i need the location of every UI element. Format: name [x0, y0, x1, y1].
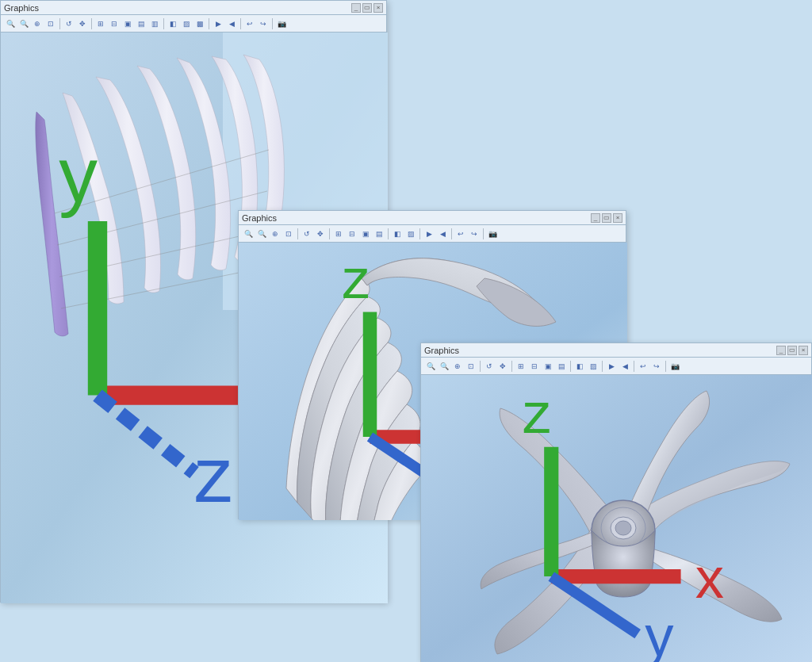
- sep-3a: [480, 361, 481, 372]
- sep-2c: [388, 228, 389, 239]
- anim-btn-3a[interactable]: ▶: [605, 360, 618, 373]
- zoom-in-btn-1[interactable]: 🔍: [4, 17, 17, 30]
- undo-btn-2[interactable]: ↩: [454, 228, 467, 240]
- maximize-btn-3[interactable]: ▭: [787, 346, 797, 355]
- export-btn-1[interactable]: 📷: [275, 17, 288, 30]
- pan-btn-3[interactable]: ✥: [496, 360, 509, 373]
- titlebar-3: Graphics _ ▭ ×: [421, 343, 811, 358]
- zoom-out-btn-3[interactable]: 🔍: [438, 360, 450, 373]
- anim-btn-2b[interactable]: ◀: [436, 228, 449, 240]
- render-btn-3a[interactable]: ◧: [573, 360, 586, 373]
- svg-line-29: [551, 576, 638, 634]
- anim-btn-1a[interactable]: ▶: [212, 17, 224, 30]
- svg-text:z: z: [523, 381, 551, 445]
- redo-btn-3[interactable]: ↪: [650, 360, 663, 373]
- sep-2d: [419, 228, 420, 239]
- view-btn-1b[interactable]: ⊟: [108, 17, 121, 30]
- zoom-box-btn-2[interactable]: ⊡: [282, 228, 295, 240]
- view-btn-1c[interactable]: ▣: [121, 17, 134, 30]
- view-btn-1d[interactable]: ▤: [135, 17, 147, 30]
- zoom-in-btn-2[interactable]: 🔍: [242, 228, 255, 240]
- zoom-box-btn-1[interactable]: ⊡: [44, 17, 57, 30]
- sep-1e: [240, 18, 241, 29]
- sep-3e: [634, 361, 634, 372]
- svg-text:z: z: [343, 248, 370, 310]
- view-btn-2c[interactable]: ▣: [359, 228, 372, 240]
- undo-btn-3[interactable]: ↩: [637, 360, 649, 373]
- sep-1d: [209, 18, 209, 29]
- minimize-btn-3[interactable]: _: [776, 346, 786, 355]
- rotate-btn-2[interactable]: ↺: [301, 228, 313, 240]
- zoom-box-btn-3[interactable]: ⊡: [465, 360, 477, 373]
- zoom-fit-btn-1[interactable]: ⊕: [31, 17, 44, 30]
- svg-line-8: [98, 396, 194, 473]
- pan-btn-2[interactable]: ✥: [314, 228, 327, 240]
- toolbar-3: 🔍 🔍 ⊕ ⊡ ↺ ✥ ⊞ ⊟ ▣ ▤ ◧ ▨ ▶ ◀ ↩ ↪ 📷: [421, 358, 811, 375]
- view-btn-2b[interactable]: ⊟: [346, 228, 358, 240]
- sep-3d: [602, 361, 603, 372]
- view-btn-3a[interactable]: ⊞: [515, 360, 527, 373]
- window-controls-3: _ ▭ ×: [776, 346, 808, 355]
- toolbar-2: 🔍 🔍 ⊕ ⊡ ↺ ✥ ⊞ ⊟ ▣ ▤ ◧ ▨ ▶ ◀ ↩ ↪ 📷: [239, 225, 626, 243]
- svg-text:y: y: [59, 132, 98, 219]
- view-btn-2d[interactable]: ▤: [373, 228, 385, 240]
- zoom-in-btn-3[interactable]: 🔍: [424, 360, 437, 373]
- view-btn-1a[interactable]: ⊞: [94, 17, 107, 30]
- zoom-fit-btn-3[interactable]: ⊕: [451, 360, 464, 373]
- render-btn-1a[interactable]: ◧: [167, 17, 179, 30]
- minimize-btn-1[interactable]: _: [351, 3, 361, 13]
- close-btn-1[interactable]: ×: [373, 3, 383, 13]
- window-title-3: Graphics: [424, 346, 459, 355]
- sep-2f: [483, 228, 484, 239]
- sep-2e: [451, 228, 452, 239]
- sep-3b: [511, 361, 512, 372]
- anim-btn-1b[interactable]: ◀: [225, 17, 238, 30]
- export-btn-3[interactable]: 📷: [668, 360, 681, 373]
- maximize-btn-2[interactable]: ▭: [602, 213, 611, 223]
- window-controls-1: _ ▭ ×: [351, 3, 383, 13]
- sep-1b: [91, 18, 92, 29]
- rotate-btn-1[interactable]: ↺: [63, 17, 75, 30]
- rotate-btn-3[interactable]: ↺: [483, 360, 496, 373]
- view-btn-3c[interactable]: ▣: [542, 360, 554, 373]
- window-title-1: Graphics: [4, 3, 39, 13]
- graphics-window-3[interactable]: Graphics _ ▭ × 🔍 🔍 ⊕ ⊡ ↺ ✥ ⊞ ⊟ ▣ ▤ ◧ ▨ ▶…: [420, 342, 812, 662]
- render-btn-1c[interactable]: ▩: [193, 17, 206, 30]
- view-btn-3d[interactable]: ▤: [555, 360, 568, 373]
- toolbar-1: 🔍 🔍 ⊕ ⊡ ↺ ✥ ⊞ ⊟ ▣ ▤ ▥ ◧ ▨ ▩ ▶ ◀ ↩ ↪ 📷: [1, 15, 386, 33]
- view-btn-2a[interactable]: ⊞: [332, 228, 345, 240]
- svg-text:y: y: [645, 603, 674, 662]
- render-btn-2b[interactable]: ▨: [404, 228, 417, 240]
- viewport-3: COMSOL MULTIPHYSICS: [421, 375, 812, 662]
- redo-btn-2[interactable]: ↪: [468, 228, 481, 240]
- pan-btn-1[interactable]: ✥: [76, 17, 89, 30]
- titlebar-2: Graphics _ ▭ ×: [239, 211, 626, 225]
- sep-2a: [297, 228, 298, 239]
- titlebar-1: Graphics _ ▭ ×: [1, 1, 386, 15]
- maximize-btn-1[interactable]: ▭: [362, 3, 372, 13]
- close-btn-3[interactable]: ×: [799, 346, 808, 355]
- svg-text:x: x: [695, 545, 724, 610]
- sep-3f: [665, 361, 666, 372]
- view-btn-1e[interactable]: ▥: [148, 17, 161, 30]
- sep-2b: [329, 228, 330, 239]
- minimize-btn-2[interactable]: _: [591, 213, 600, 223]
- svg-text:z: z: [194, 432, 233, 519]
- render-btn-3b[interactable]: ▨: [587, 360, 599, 373]
- sep-1f: [272, 18, 273, 29]
- export-btn-2[interactable]: 📷: [486, 228, 499, 240]
- view-btn-3b[interactable]: ⊟: [528, 360, 541, 373]
- undo-btn-1[interactable]: ↩: [243, 17, 256, 30]
- sep-1a: [59, 18, 60, 29]
- axis-indicator-3: x z y: [427, 375, 812, 662]
- zoom-out-btn-2[interactable]: 🔍: [255, 228, 268, 240]
- render-btn-2a[interactable]: ◧: [391, 228, 404, 240]
- anim-btn-3b[interactable]: ◀: [619, 360, 631, 373]
- zoom-fit-btn-2[interactable]: ⊕: [269, 228, 282, 240]
- render-btn-1b[interactable]: ▨: [180, 17, 193, 30]
- close-btn-2[interactable]: ×: [613, 213, 622, 223]
- zoom-out-btn-1[interactable]: 🔍: [17, 17, 30, 30]
- redo-btn-1[interactable]: ↪: [257, 17, 270, 30]
- sep-3c: [570, 361, 571, 372]
- anim-btn-2a[interactable]: ▶: [423, 228, 435, 240]
